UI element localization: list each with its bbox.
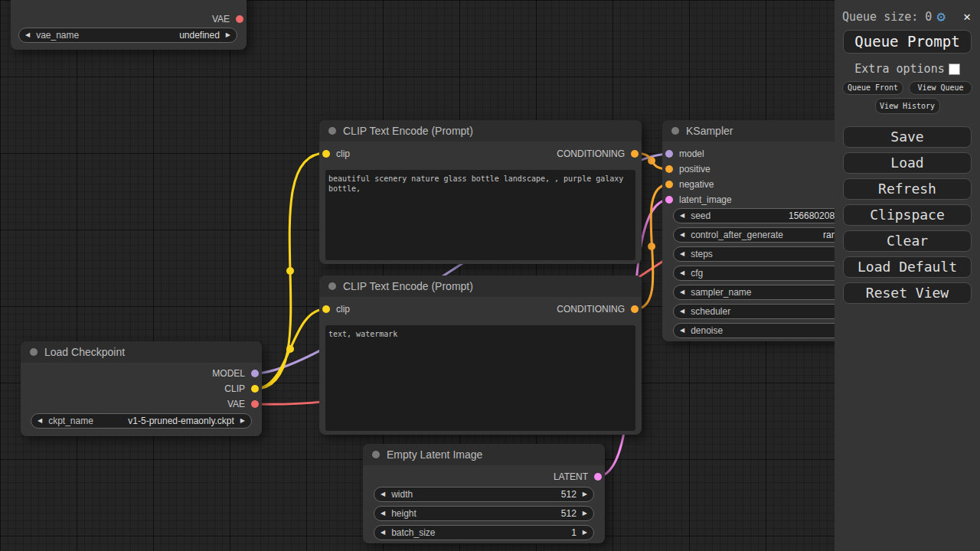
collapse-dot-icon[interactable] [328, 127, 336, 135]
input-label: latent_image [679, 194, 732, 205]
input-label: positive [679, 164, 710, 174]
node-title: CLIP Text Encode (Prompt) [343, 280, 473, 292]
conditioning-output-port[interactable] [631, 305, 639, 313]
close-icon[interactable]: ✕ [963, 9, 971, 24]
queue-prompt-button[interactable]: Queue Prompt [843, 30, 972, 54]
port-row: VAE [11, 11, 247, 27]
model-output-port[interactable] [251, 370, 259, 377]
output-label: CONDITIONING [557, 148, 625, 159]
comfy-menu: Queue size: 0 ⚙ ✕ Queue Prompt Extra opt… [835, 0, 980, 551]
decrement-arrow-icon[interactable]: ◀ [680, 232, 684, 238]
node-title: Empty Latent Image [387, 448, 482, 461]
increment-arrow-icon[interactable]: ▶ [226, 32, 230, 38]
height-widget[interactable]: ◀ height 512 ▶ [374, 506, 594, 521]
latent-image-input-port[interactable] [665, 196, 673, 204]
widget-value: 512 [561, 489, 577, 500]
load-default-button[interactable]: Load Default [843, 256, 972, 278]
reset-view-button[interactable]: Reset View [843, 282, 972, 304]
collapse-dot-icon[interactable] [328, 282, 336, 290]
input-label: clip [336, 148, 350, 159]
decrement-arrow-icon[interactable]: ◀ [680, 308, 684, 315]
node-title-bar[interactable]: CLIP Text Encode (Prompt) [319, 120, 642, 142]
collapse-dot-icon[interactable] [30, 348, 38, 356]
node-clip-text-encode-negative[interactable]: CLIP Text Encode (Prompt) clip CONDITION… [319, 276, 642, 435]
prompt-textarea[interactable]: beautiful scenery nature glass bottle la… [325, 170, 635, 260]
collapse-dot-icon[interactable] [372, 451, 380, 458]
widget-label: ckpt_name [48, 416, 128, 426]
output-label: VAE [212, 14, 230, 24]
decrement-arrow-icon[interactable]: ◀ [381, 510, 385, 517]
batch-size-widget[interactable]: ◀ batch_size 1 ▶ [374, 525, 594, 540]
decrement-arrow-icon[interactable]: ◀ [680, 251, 684, 257]
output-label: LATENT [554, 471, 588, 482]
input-label: model [679, 148, 704, 159]
clipspace-button[interactable]: Clipspace [843, 204, 972, 226]
output-label: MODEL [212, 368, 245, 379]
widget-value: 1566802087 [789, 210, 840, 221]
clip-output-port[interactable] [251, 385, 259, 393]
load-button[interactable]: Load [843, 152, 972, 174]
input-label: negative [679, 179, 714, 190]
vae-name-widget[interactable]: ◀ vae_name undefined ▶ [18, 28, 237, 43]
decrement-arrow-icon[interactable]: ◀ [680, 328, 684, 334]
clip-input-port[interactable] [322, 305, 330, 313]
latent-output-port[interactable] [594, 473, 602, 481]
decrement-arrow-icon[interactable]: ◀ [25, 32, 30, 38]
width-widget[interactable]: ◀ width 512 ▶ [374, 487, 594, 502]
input-label: clip [336, 304, 350, 315]
output-label: CONDITIONING [557, 304, 625, 315]
model-input-port[interactable] [665, 150, 673, 158]
node-title-bar[interactable]: CLIP Text Encode (Prompt) [319, 276, 642, 297]
node-title-bar[interactable]: Empty Latent Image [363, 444, 605, 465]
node-title: CLIP Text Encode (Prompt) [343, 125, 473, 137]
widget-label: height [391, 508, 561, 519]
widget-label: vae_name [36, 30, 179, 41]
decrement-arrow-icon[interactable]: ◀ [680, 213, 684, 219]
queue-front-button[interactable]: Queue Front [842, 81, 903, 95]
extra-options-label: Extra options [854, 62, 944, 76]
output-label: CLIP [224, 383, 245, 394]
widget-label: batch_size [391, 527, 571, 538]
widget-label: width [391, 489, 561, 500]
widget-value: undefined [179, 30, 220, 41]
refresh-button[interactable]: Refresh [843, 178, 972, 200]
clear-button[interactable]: Clear [843, 230, 972, 252]
widget-value: 512 [561, 508, 577, 519]
queue-size-label: Queue size: 0 [842, 10, 932, 24]
gear-icon[interactable]: ⚙ [936, 9, 945, 24]
prompt-textarea[interactable]: text, watermark [325, 325, 635, 431]
decrement-arrow-icon[interactable]: ◀ [38, 418, 42, 424]
decrement-arrow-icon[interactable]: ◀ [381, 530, 385, 536]
increment-arrow-icon[interactable]: ▶ [583, 491, 587, 497]
node-title: Load Checkpoint [44, 346, 125, 358]
ckpt-name-widget[interactable]: ◀ ckpt_name v1-5-pruned-emaonly.ckpt ▶ [31, 413, 252, 429]
node-clip-text-encode-positive[interactable]: CLIP Text Encode (Prompt) clip CONDITION… [319, 120, 642, 264]
node-load-checkpoint[interactable]: Load Checkpoint MODEL CLIP VAE ◀ ckpt_na… [21, 341, 262, 436]
clip-input-port[interactable] [322, 150, 330, 158]
decrement-arrow-icon[interactable]: ◀ [381, 491, 385, 497]
decrement-arrow-icon[interactable]: ◀ [680, 289, 684, 295]
increment-arrow-icon[interactable]: ▶ [583, 510, 587, 517]
view-queue-button[interactable]: View Queue [909, 81, 972, 95]
increment-arrow-icon[interactable]: ▶ [240, 418, 245, 424]
extra-options-checkbox[interactable] [949, 64, 960, 75]
positive-input-port[interactable] [665, 165, 673, 173]
widget-value: 1 [571, 527, 577, 538]
node-title: KSampler [686, 125, 733, 137]
increment-arrow-icon[interactable]: ▶ [583, 530, 587, 536]
vae-output-port[interactable] [251, 400, 259, 408]
node-title-bar[interactable]: Load Checkpoint [21, 341, 262, 363]
output-label: VAE [227, 399, 245, 409]
view-history-button[interactable]: View History [875, 98, 940, 114]
widget-value: v1-5-pruned-emaonly.ckpt [128, 416, 234, 426]
vae-output-port[interactable] [236, 15, 243, 23]
node-load-vae[interactable]: VAE ◀ vae_name undefined ▶ [11, 0, 247, 50]
conditioning-output-port[interactable] [631, 150, 639, 158]
node-empty-latent-image[interactable]: Empty Latent Image LATENT ◀ width 512 ▶ … [363, 444, 605, 543]
collapse-dot-icon[interactable] [671, 127, 679, 135]
decrement-arrow-icon[interactable]: ◀ [680, 270, 684, 276]
save-button[interactable]: Save [843, 126, 972, 148]
negative-input-port[interactable] [665, 181, 673, 188]
